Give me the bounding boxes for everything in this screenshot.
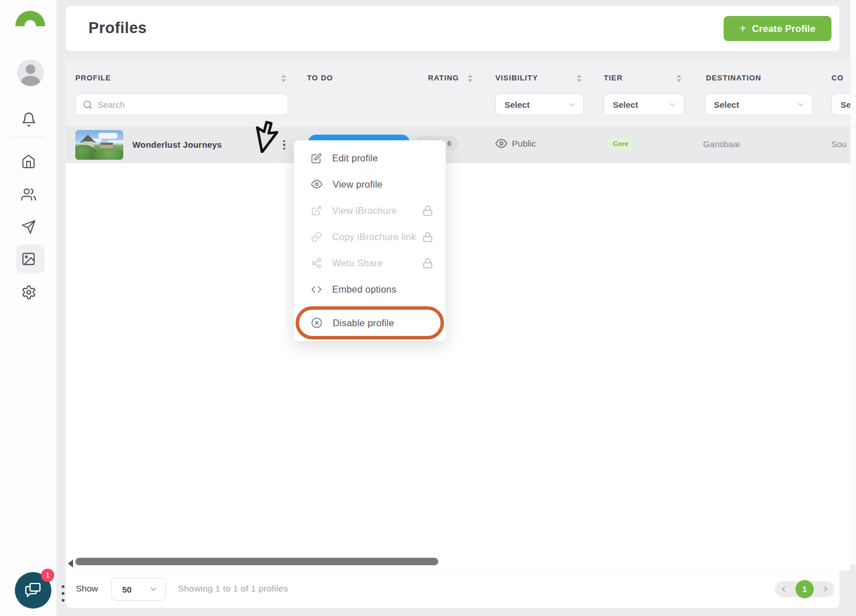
menu-item-view-ibrochure: View iBrochure bbox=[294, 197, 446, 224]
external-link-icon bbox=[311, 205, 322, 216]
avatar-head bbox=[26, 64, 35, 74]
image-icon bbox=[21, 252, 36, 266]
vertical-scrollbar-track[interactable] bbox=[850, 0, 856, 565]
chevron-right-icon bbox=[822, 585, 830, 593]
chevron-left-icon bbox=[780, 585, 788, 593]
notifications-button[interactable] bbox=[0, 111, 57, 128]
country-filter-value: Select bbox=[841, 100, 850, 110]
search-icon bbox=[83, 100, 92, 110]
menu-label: View iBrochure bbox=[332, 205, 397, 216]
eye-icon bbox=[495, 137, 507, 149]
avatar[interactable] bbox=[17, 59, 44, 86]
pagination-page-1[interactable]: 1 bbox=[796, 580, 814, 598]
menu-label: Copy iBrochure link bbox=[332, 232, 416, 242]
tier-badge: Core bbox=[607, 138, 635, 149]
show-label: Show bbox=[76, 583, 98, 594]
chat-fab[interactable]: 1 bbox=[15, 572, 51, 609]
lock-icon bbox=[422, 232, 433, 242]
visibility-filter-value: Select bbox=[504, 100, 530, 110]
results-summary: Showing 1 to 1 of 1 profiles bbox=[178, 583, 288, 594]
profiles-table: PROFILE TO DO RATING VISIBILITY TIER DES… bbox=[66, 60, 850, 570]
column-rating: RATING bbox=[428, 74, 459, 82]
send-icon bbox=[21, 220, 36, 234]
table-footer: Show 50 Showing 1 to 1 of 1 profiles 1 bbox=[66, 570, 839, 608]
avatar-body bbox=[21, 76, 40, 86]
column-destination: DESTINATION bbox=[706, 74, 761, 82]
profile-thumbnail bbox=[75, 130, 123, 160]
column-tier: TIER bbox=[604, 74, 623, 82]
users-icon bbox=[21, 187, 36, 202]
eye-icon bbox=[311, 179, 322, 190]
chat-unread-badge: 1 bbox=[41, 569, 54, 582]
menu-item-edit-profile[interactable]: Edit profile bbox=[294, 145, 446, 171]
menu-item-copy-ibrochure-link: Copy iBrochure link bbox=[294, 224, 446, 250]
column-visibility: VISIBILITY bbox=[495, 74, 538, 82]
table-header: PROFILE TO DO RATING VISIBILITY TIER DES… bbox=[66, 60, 850, 127]
horizontal-scrollbar[interactable] bbox=[75, 558, 438, 565]
code-icon bbox=[311, 284, 322, 295]
profile-search bbox=[75, 94, 288, 115]
create-profile-button[interactable]: + Create Profile bbox=[724, 16, 831, 41]
sort-profile[interactable] bbox=[281, 75, 286, 82]
column-todo: TO DO bbox=[307, 74, 333, 82]
home-icon bbox=[21, 154, 36, 169]
pagination-next[interactable] bbox=[817, 581, 834, 597]
visibility-filter-select[interactable]: Select bbox=[495, 94, 584, 115]
menu-item-view-profile[interactable]: View profile bbox=[294, 171, 446, 197]
gear-icon bbox=[21, 285, 37, 300]
table-row[interactable]: Wonderlust Journeys 6 Public Core Gansba… bbox=[66, 127, 850, 163]
menu-label: View profile bbox=[333, 179, 382, 190]
pagination: 1 bbox=[775, 581, 834, 597]
chevron-down-icon bbox=[668, 100, 677, 109]
chat-icon bbox=[24, 581, 42, 599]
destination-cell: Gansbaai bbox=[703, 139, 740, 149]
share-icon bbox=[311, 258, 322, 269]
plus-icon: + bbox=[740, 23, 746, 34]
menu-item-wetu-share: Wetu Share bbox=[294, 250, 446, 276]
sidebar bbox=[0, 0, 57, 616]
menu-label: Edit profile bbox=[332, 153, 378, 164]
sort-rating[interactable] bbox=[468, 75, 473, 82]
column-profile: PROFILE bbox=[75, 74, 111, 82]
chevron-down-icon bbox=[149, 585, 158, 594]
page-size-select[interactable]: 50 bbox=[111, 578, 166, 601]
row-actions-menu: Edit profile View profile View iBrochure… bbox=[294, 140, 446, 341]
chevron-down-icon bbox=[797, 100, 805, 109]
brand-logo[interactable] bbox=[15, 11, 45, 26]
menu-item-disable-profile[interactable]: Disable profile bbox=[294, 310, 446, 336]
link-icon bbox=[311, 232, 322, 242]
sidebar-item-home[interactable] bbox=[0, 153, 57, 170]
lock-icon bbox=[422, 258, 433, 269]
menu-divider bbox=[294, 305, 446, 305]
sidebar-item-settings[interactable] bbox=[0, 283, 57, 301]
destination-filter-select[interactable]: Select bbox=[705, 94, 813, 115]
pagination-prev[interactable] bbox=[775, 581, 792, 597]
row-actions-kebab[interactable] bbox=[279, 137, 289, 152]
sidebar-item-people[interactable] bbox=[0, 186, 57, 203]
menu-item-embed-options[interactable]: Embed options bbox=[294, 276, 446, 302]
visibility-value: Public bbox=[512, 139, 536, 149]
menu-label: Wetu Share bbox=[332, 258, 383, 269]
search-input[interactable] bbox=[98, 100, 281, 110]
sidebar-item-media[interactable] bbox=[0, 250, 57, 268]
page-title: Profiles bbox=[88, 19, 147, 37]
lock-icon bbox=[422, 205, 433, 216]
sort-tier[interactable] bbox=[677, 75, 681, 82]
create-profile-label: Create Profile bbox=[752, 23, 816, 34]
hscroll-left-arrow[interactable] bbox=[68, 560, 73, 568]
tier-filter-value: Select bbox=[613, 100, 638, 110]
page-header: Profiles + Create Profile bbox=[66, 6, 839, 51]
chevron-down-icon bbox=[568, 100, 576, 109]
profile-name: Wonderlust Journeys bbox=[132, 140, 222, 149]
country-filter-select[interactable]: Select bbox=[831, 94, 850, 115]
destination-filter-value: Select bbox=[714, 100, 739, 110]
country-cell: Sou bbox=[831, 139, 847, 149]
column-country: CO bbox=[831, 74, 843, 82]
tier-filter-select[interactable]: Select bbox=[604, 94, 684, 115]
page-size-value: 50 bbox=[122, 585, 132, 594]
sort-visibility[interactable] bbox=[577, 75, 582, 82]
sidebar-item-send[interactable] bbox=[0, 218, 57, 236]
x-circle-icon bbox=[311, 317, 322, 329]
menu-label: Embed options bbox=[332, 284, 397, 295]
edit-icon bbox=[311, 153, 322, 164]
